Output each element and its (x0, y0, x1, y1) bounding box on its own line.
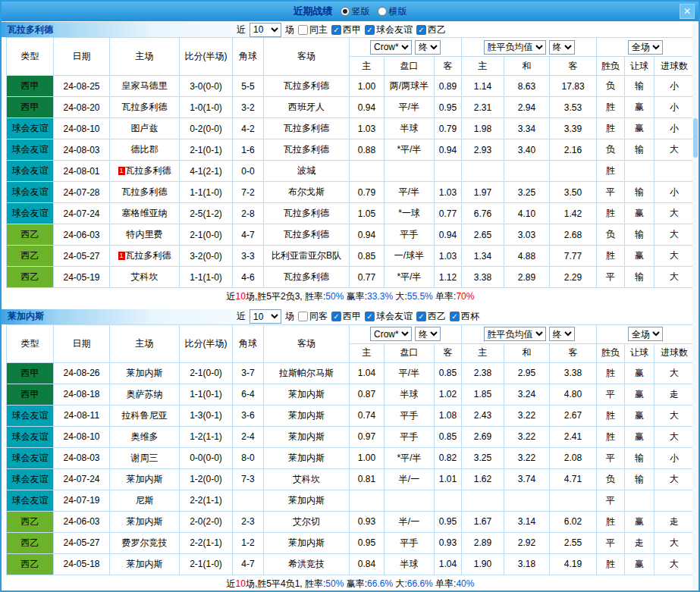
match-count-select[interactable]: 10 (250, 23, 281, 37)
odds-select-group: 胜平负均值终 (462, 38, 597, 57)
team-bar: 瓦拉多利德近10场同主✓西甲✓球会友谊✓西乙 (2, 22, 692, 37)
checkbox-icon[interactable]: ✓ (416, 25, 426, 35)
column-header: 客场 (264, 324, 350, 362)
match-count-select[interactable]: 10 (250, 309, 281, 324)
euro-home-odds: 1.85 (462, 384, 504, 405)
summary-text: 55.5% (407, 291, 433, 302)
final-odds-select[interactable]: 终 (415, 40, 441, 55)
column-header: 胜负 (597, 343, 625, 362)
result-cell: 胜 (597, 511, 625, 532)
corner-cell: 3-3 (233, 246, 264, 267)
filter-checkbox[interactable]: ✓西杯 (450, 310, 479, 323)
filter-checkbox[interactable]: 同主 (298, 23, 328, 36)
league-badge: 西甲 (7, 76, 54, 97)
goals-cell: 大 (654, 362, 695, 384)
table-row: 西甲24-08-25皇家马德里3-0(0-0)5-5瓦拉多利德1.00两/两球半… (7, 76, 695, 97)
handicap-result-cell: 走 (625, 532, 654, 553)
checkbox-icon[interactable] (298, 25, 308, 35)
avg-odds-select[interactable]: 胜平负均值 (484, 327, 546, 341)
table-row: 西乙24-06-03莱加内斯2-0(2-0)2-3艾尔切0.93半/一0.951… (7, 511, 695, 532)
table-row: 球会友谊24-07-24塞格维亚纳2-5(1-2)2-8瓦拉多利德1.05*一球… (7, 203, 695, 224)
euro-away-odds: 2.68 (550, 224, 597, 246)
euro-draw-odds: 2.92 (504, 532, 550, 553)
filter-checkbox[interactable]: ✓球会友谊 (365, 310, 413, 323)
euro-away-odds: 2.41 (550, 426, 597, 447)
corner-cell: 4-6 (233, 267, 264, 288)
goals-cell: 大 (654, 405, 695, 426)
odds-select-group: Crow*终 (350, 38, 462, 57)
fulltime-select[interactable]: 全场 (628, 327, 663, 341)
filter-checkbox[interactable]: ✓西乙 (416, 310, 446, 323)
scrollbar-thumb[interactable] (693, 118, 698, 158)
euro-draw-odds: 3.74 (504, 468, 550, 490)
euro-draw-odds: 3.18 (504, 553, 550, 575)
checkbox-icon[interactable]: ✓ (331, 312, 341, 321)
scrollbar[interactable] (692, 21, 698, 590)
final-avg-select[interactable]: 终 (549, 40, 575, 55)
filter-checkbox[interactable]: ✓西乙 (416, 23, 446, 36)
score-cell: 2-0(2-0) (180, 511, 233, 532)
checkbox-icon[interactable]: ✓ (450, 312, 460, 321)
euro-home-odds: 1.62 (462, 468, 504, 490)
radio-icon[interactable] (341, 7, 350, 16)
handicap-cell: 平/半 (385, 97, 435, 118)
handicap-cell: 两/两球半 (385, 76, 435, 97)
filter-checkbox[interactable]: ✓球会友谊 (365, 23, 413, 36)
corner-cell: 0-0 (233, 161, 264, 182)
result-cell: 平 (597, 182, 625, 203)
avg-odds-select[interactable]: 胜平负均值 (484, 40, 546, 55)
away-team-cell: 莱加内斯 (264, 426, 350, 447)
home-team-cell: 瓦拉多利德 (110, 182, 180, 203)
euro-away-odds: 4.19 (550, 553, 597, 575)
date-cell: 24-08-26 (54, 362, 110, 384)
handicap-result-cell: 输 (625, 468, 654, 490)
column-header: 盘口 (385, 343, 435, 362)
goals-cell: 小 (654, 447, 695, 468)
final-odds-select[interactable]: 终 (415, 327, 441, 341)
filter-checkbox[interactable]: ✓西甲 (331, 23, 361, 36)
summary-text: 40% (456, 578, 474, 589)
column-header: 盘口 (385, 57, 435, 76)
sections: 瓦拉多利德近10场同主✓西甲✓球会友谊✓西乙类型日期主场比分(半场)角球客场Cr… (6, 22, 698, 592)
euro-home-odds: 2.65 (462, 224, 504, 246)
checkbox-icon[interactable]: ✓ (416, 312, 426, 321)
handicap-result-cell: 输 (625, 76, 654, 97)
checkbox-icon[interactable]: ✓ (365, 25, 375, 35)
table-row: 西甲24-08-26莱加内斯2-1(0-0)3-7拉斯帕尔马斯1.04平/半0.… (7, 362, 695, 384)
layout-radio-vertical[interactable]: 竖版 (341, 5, 370, 18)
date-cell: 24-08-25 (54, 76, 110, 97)
score-cell: 1-1(0-1) (180, 384, 233, 405)
column-header: 日期 (54, 324, 110, 362)
filter-checkbox[interactable]: 同客 (298, 310, 328, 323)
radio-icon[interactable] (378, 7, 387, 16)
euro-draw-odds: 3.22 (504, 405, 550, 426)
league-badge: 西甲 (7, 384, 54, 405)
fulltime-select[interactable]: 全场 (628, 40, 663, 55)
bookmaker-select[interactable]: Crow* (370, 40, 412, 55)
layout-radio-horizontal[interactable]: 横版 (378, 5, 407, 18)
result-cell: 胜 (597, 97, 625, 118)
team-name: 莱加内斯 (8, 310, 44, 323)
euro-home-odds: 3.25 (462, 447, 504, 468)
away-team-cell: 莱加内斯 (264, 384, 350, 405)
bookmaker-select[interactable]: Crow* (370, 327, 412, 341)
close-icon: ✕ (683, 6, 691, 17)
close-button[interactable]: ✕ (680, 4, 695, 19)
checkbox-icon[interactable]: ✓ (331, 25, 341, 35)
home-team-cell: 艾科坎 (110, 267, 180, 288)
column-header: 让球 (625, 343, 654, 362)
euro-home-odds (462, 161, 504, 182)
euro-home-odds: 1.34 (462, 246, 504, 267)
score-cell: 3-0(0-0) (180, 76, 233, 97)
filter-checkbox[interactable]: ✓西甲 (331, 310, 361, 323)
checkbox-icon[interactable] (298, 312, 308, 321)
final-avg-select[interactable]: 终 (549, 327, 575, 341)
table-row: 球会友谊24-08-10图卢兹0-2(0-0)4-2瓦拉多利德1.03半球0.7… (7, 118, 695, 139)
table-row: 球会友谊24-08-011瓦拉多利德4-1(2-1)0-0波城胜 (7, 161, 695, 182)
asian-home-odds: 0.97 (350, 426, 385, 447)
summary-text: 赢率: (344, 578, 367, 589)
filter-label: 西乙 (428, 310, 446, 323)
checkbox-icon[interactable]: ✓ (365, 312, 375, 321)
score-cell: 2-1(0-0) (180, 362, 233, 384)
score-cell: 1-2(1-1) (180, 426, 233, 447)
